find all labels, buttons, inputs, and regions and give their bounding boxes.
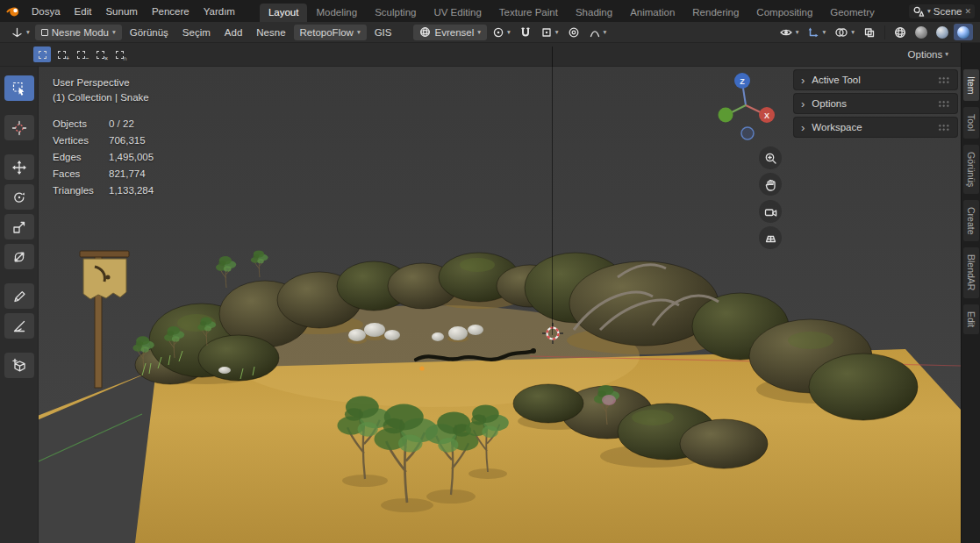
tab-animation[interactable]: Animation <box>621 4 683 22</box>
menu-gis[interactable]: GIS <box>368 25 398 40</box>
select-mode-extend[interactable]: + <box>53 46 70 62</box>
falloff-dropdown[interactable]: ▾ <box>585 25 611 40</box>
gizmo-z-negative-axis[interactable] <box>741 127 754 139</box>
panel-workspace[interactable]: › Workspace <box>793 117 958 138</box>
scene-statistics: Objects0 / 22 Vertices706,315 Edges1,495… <box>53 116 154 198</box>
proportional-editing-toggle[interactable] <box>564 25 583 40</box>
hand-icon <box>763 177 778 192</box>
sidebar-tab-view[interactable]: Görünüş <box>963 145 979 194</box>
scene-icon <box>912 5 925 18</box>
menu-render[interactable]: Sunum <box>98 4 144 19</box>
sidebar-tab-blendar[interactable]: BlendAR <box>963 247 979 297</box>
rotate-icon <box>11 189 27 205</box>
3d-viewport[interactable]: User Perspective (1) Collection | Snake … <box>39 67 961 543</box>
gizmo-y-axis[interactable] <box>719 108 733 123</box>
tab-uv-editing[interactable]: UV Editing <box>425 4 490 22</box>
scale-icon <box>11 219 27 235</box>
scene-selector[interactable]: ▾ Scene ✕ <box>909 4 975 18</box>
panel-grip[interactable] <box>938 100 950 108</box>
tab-layout[interactable]: Layout <box>260 4 308 22</box>
tool-transform[interactable] <box>4 244 34 269</box>
measure-icon <box>11 318 27 334</box>
tool-select-box[interactable] <box>4 75 34 101</box>
select-mode-new[interactable] <box>33 46 51 62</box>
tool-cursor[interactable] <box>4 115 34 140</box>
annotate-pen-icon <box>11 289 27 304</box>
panel-grip[interactable] <box>938 124 950 132</box>
tool-add-cube[interactable] <box>4 353 34 378</box>
camera-icon <box>763 204 778 219</box>
transform-orientation-dropdown[interactable]: Evrensel ▾ <box>413 25 487 40</box>
tool-scale[interactable] <box>4 214 34 239</box>
options-dropdown[interactable]: Options ▾ <box>905 47 952 61</box>
active-collection-label: (1) Collection | Snake <box>53 90 154 105</box>
menu-view[interactable]: Görünüş <box>124 25 175 40</box>
menu-edit[interactable]: Edit <box>68 4 99 19</box>
shading-solid-button[interactable] <box>912 24 931 40</box>
shading-material-button[interactable] <box>933 24 952 40</box>
panel-active-tool[interactable]: › Active Tool <box>793 69 958 90</box>
sidebar-panels: › Active Tool › Options › Workspace <box>793 69 958 140</box>
sidebar-tab-create[interactable]: Create <box>963 200 979 242</box>
panel-options[interactable]: › Options <box>793 93 958 114</box>
shading-rendered-button[interactable] <box>954 24 973 40</box>
tab-texture-paint[interactable]: Texture Paint <box>490 4 567 22</box>
tool-measure[interactable] <box>4 313 34 339</box>
menu-window[interactable]: Pencere <box>145 4 197 19</box>
menu-file[interactable]: Dosya <box>25 4 68 19</box>
tool-settings-bar: + − × ∩ Options ▾ <box>0 43 961 67</box>
tab-modeling[interactable]: Modeling <box>307 4 366 22</box>
menu-object[interactable]: Nesne <box>250 25 291 40</box>
select-mode-invert[interactable]: × <box>91 46 109 62</box>
sidebar-tab-tool[interactable]: Tool <box>963 107 979 138</box>
toolbar-left <box>0 67 39 543</box>
navigation-gizmo[interactable]: Z X <box>711 67 781 146</box>
move-icon <box>11 160 27 175</box>
camera-view-button[interactable] <box>759 200 782 223</box>
workspace-tabs: Layout Modeling Sculpting UV Editing Tex… <box>260 0 904 22</box>
show-overlays-dropdown[interactable]: ▾ <box>831 25 858 40</box>
blender-logo-icon[interactable] <box>5 4 21 19</box>
object-type-visibility-dropdown[interactable]: ▾ <box>776 25 803 40</box>
topbar: Dosya Edit Sunum Pencere Yardım Layout M… <box>0 0 980 22</box>
show-gizmo-dropdown[interactable]: ▾ <box>804 25 829 40</box>
retopoflow-dropdown[interactable]: RetopoFlow ▾ <box>294 25 367 40</box>
panel-grip[interactable] <box>938 76 950 84</box>
tool-annotate[interactable] <box>4 283 34 309</box>
object-origin-line <box>552 46 553 335</box>
snake-origin-dot <box>419 366 424 370</box>
sidebar-tab-edit[interactable]: Edit <box>963 304 979 334</box>
scene-dropdown-caret[interactable]: ▾ <box>927 8 931 15</box>
globe-icon <box>419 26 431 38</box>
viewport-header: ▾ Nesne Modu ▾ Görünüş Seçim Add Nesne R… <box>0 22 980 43</box>
pivot-point-dropdown[interactable]: ▾ <box>489 25 514 40</box>
tab-sculpting[interactable]: Sculpting <box>366 4 425 22</box>
snap-toggle[interactable] <box>516 25 535 40</box>
snap-target-dropdown[interactable]: ▾ <box>537 25 562 40</box>
mode-dropdown[interactable]: Nesne Modu ▾ <box>35 25 122 40</box>
tool-rotate[interactable] <box>4 184 34 210</box>
grid-icon <box>763 231 778 246</box>
select-mode-intersect[interactable]: ∩ <box>111 46 128 62</box>
tab-compositing[interactable]: Compositing <box>748 4 821 22</box>
menu-add[interactable]: Add <box>218 25 248 40</box>
view-perspective-label: User Perspective <box>53 75 154 90</box>
object-mode-icon <box>41 29 48 36</box>
sidebar-tab-item[interactable]: Item <box>963 69 979 101</box>
menu-select[interactable]: Seçim <box>176 25 217 40</box>
editor-type-dropdown[interactable]: ▾ <box>7 24 33 40</box>
tab-geometry[interactable]: Geometry <box>821 4 883 22</box>
tool-move[interactable] <box>4 154 34 180</box>
pan-button[interactable] <box>759 173 782 196</box>
select-mode-subtract[interactable]: − <box>72 46 89 62</box>
tab-rendering[interactable]: Rendering <box>683 4 748 22</box>
viewport-info-overlay: User Perspective (1) Collection | Snake … <box>53 75 154 198</box>
select-box-icon <box>11 81 27 96</box>
xray-toggle[interactable] <box>860 25 879 40</box>
shading-wireframe-button[interactable] <box>891 24 910 40</box>
menu-help[interactable]: Yardım <box>197 4 242 19</box>
tab-shading[interactable]: Shading <box>567 4 621 22</box>
scene-unlink-icon[interactable]: ✕ <box>964 7 971 16</box>
zoom-button[interactable] <box>759 146 782 169</box>
perspective-toggle-button[interactable] <box>759 226 782 249</box>
